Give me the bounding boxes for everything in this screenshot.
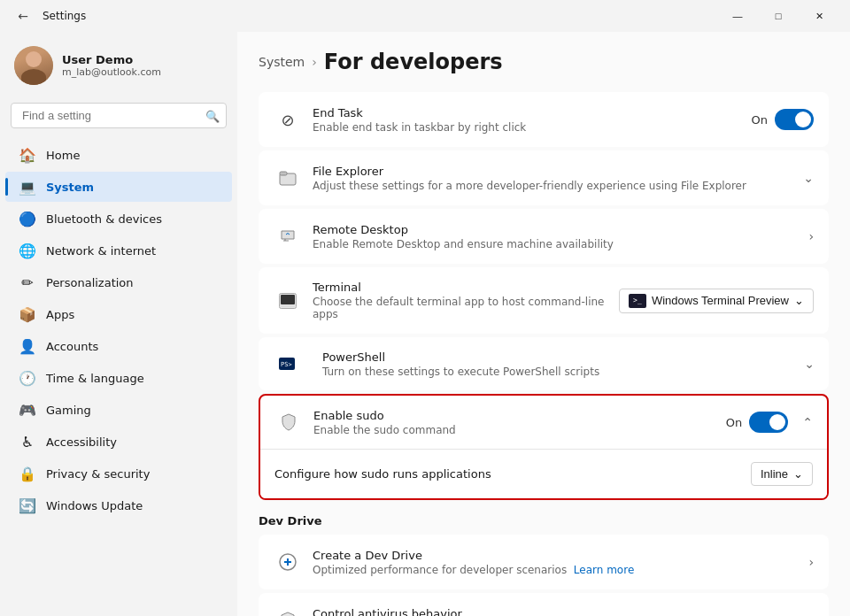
sudo-configure-dropdown[interactable]: Inline ⌄	[751, 462, 813, 486]
home-icon: 🏠	[19, 147, 35, 163]
user-name: User Demo	[62, 53, 223, 66]
search-box: 🔍	[11, 103, 227, 128]
search-input[interactable]	[11, 103, 227, 128]
terminal-chevron-icon: ⌄	[794, 294, 804, 307]
sidebar-item-accessibility[interactable]: ♿ Accessibility	[5, 427, 232, 457]
time-icon: 🕐	[19, 370, 35, 386]
maximize-button[interactable]: □	[758, 2, 799, 30]
svg-rect-3	[281, 295, 295, 304]
title-bar: ← Settings — □ ✕	[0, 0, 850, 32]
minimize-button[interactable]: —	[717, 2, 758, 30]
sidebar-item-bluetooth[interactable]: 🔵 Bluetooth & devices	[5, 204, 232, 234]
create-dev-drive-desc: Optimized performance for developer scen…	[313, 564, 801, 576]
terminal-dropdown-button[interactable]: >_ Windows Terminal Preview ⌄	[619, 289, 814, 313]
breadcrumb-current: For developers	[324, 50, 503, 74]
end-task-toggle[interactable]	[775, 109, 814, 130]
user-email: m_lab@outlook.com	[62, 66, 223, 78]
terminal-title: Terminal	[313, 281, 619, 294]
create-dev-drive-text: Create a Dev Drive Optimized performance…	[313, 549, 801, 576]
avatar	[14, 46, 53, 85]
bluetooth-icon: 🔵	[19, 211, 35, 227]
powershell-desc: Turn on these settings to execute PowerS…	[322, 366, 599, 378]
sidebar-item-apps[interactable]: 📦 Apps	[5, 299, 232, 329]
antivirus-title: Control antivirus behavior	[313, 607, 799, 617]
sidebar-item-label: Apps	[46, 308, 74, 321]
antivirus-row[interactable]: Control antivirus behavior Control Micro…	[259, 593, 829, 616]
user-info: User Demo m_lab@outlook.com	[0, 39, 237, 99]
personalization-icon: ✏️	[19, 274, 35, 290]
app-body: User Demo m_lab@outlook.com 🔍 🏠 Home 💻 S…	[0, 32, 850, 616]
powershell-row[interactable]: PS> PowerShell Turn on these settings to…	[259, 337, 829, 390]
create-dev-drive-chevron: ›	[808, 555, 814, 569]
sidebar-item-time[interactable]: 🕐 Time & language	[5, 363, 232, 393]
apps-icon: 📦	[19, 306, 35, 322]
sidebar-item-label: Windows Update	[46, 499, 143, 512]
terminal-row[interactable]: Terminal Choose the default terminal app…	[259, 267, 829, 334]
create-dev-drive-link[interactable]: Learn more	[574, 564, 634, 576]
end-task-text: End Task Enable end task in taskbar by r…	[313, 106, 752, 134]
terminal-text: Terminal Choose the default terminal app…	[313, 281, 619, 320]
dev-drive-section-label: Dev Drive	[259, 514, 829, 527]
sidebar-item-label: Gaming	[46, 404, 91, 417]
sudo-icon	[274, 408, 303, 436]
file-explorer-text: File Explorer Adjust these settings for …	[313, 165, 796, 192]
update-icon: 🔄	[19, 497, 35, 513]
sudo-text: Enable sudo Enable the sudo command	[313, 409, 726, 436]
sidebar-item-accounts[interactable]: 👤 Accounts	[5, 331, 232, 361]
sidebar-item-network[interactable]: 🌐 Network & internet	[5, 235, 232, 266]
breadcrumb-separator: ›	[312, 55, 317, 69]
sudo-toggle[interactable]	[749, 412, 788, 433]
sudo-control: On ⌃	[726, 412, 813, 433]
sudo-state-label: On	[726, 416, 742, 429]
sidebar-item-update[interactable]: 🔄 Windows Update	[5, 490, 232, 520]
sidebar-item-home[interactable]: 🏠 Home	[5, 140, 232, 170]
sudo-desc: Enable the sudo command	[313, 424, 726, 436]
file-explorer-control: ⌄	[796, 171, 814, 185]
terminal-desc: Choose the default terminal app to host …	[313, 296, 619, 320]
network-icon: 🌐	[19, 243, 35, 258]
sidebar-item-label: Bluetooth & devices	[46, 212, 162, 226]
accessibility-icon: ♿	[19, 434, 35, 450]
sudo-configure-value: Inline	[761, 467, 788, 481]
sudo-configure-title: Configure how sudo runs applications	[274, 467, 751, 481]
user-details: User Demo m_lab@outlook.com	[62, 53, 223, 78]
sudo-configure-row[interactable]: Configure how sudo runs applications Inl…	[260, 449, 827, 498]
svg-text:PS>: PS>	[281, 361, 292, 368]
create-dev-drive-control: ›	[801, 555, 814, 569]
end-task-state-label: On	[752, 113, 768, 127]
sidebar-item-label: Time & language	[46, 372, 144, 385]
sudo-chevron: ⌃	[802, 415, 813, 429]
terminal-icon	[274, 287, 302, 315]
breadcrumb-parent[interactable]: System	[259, 55, 305, 69]
sidebar-item-label: Network & internet	[46, 244, 156, 258]
terminal-value: Windows Terminal Preview	[652, 294, 789, 307]
sidebar-item-system[interactable]: 💻 System	[5, 172, 232, 202]
sidebar-item-gaming[interactable]: 🎮 Gaming	[5, 395, 232, 425]
enable-sudo-row[interactable]: Enable sudo Enable the sudo command On ⌃	[260, 396, 827, 449]
file-explorer-row[interactable]: File Explorer Adjust these settings for …	[259, 150, 829, 205]
file-explorer-title: File Explorer	[313, 165, 796, 178]
sidebar-item-label: Accessibility	[46, 435, 117, 449]
antivirus-text: Control antivirus behavior Control Micro…	[313, 607, 799, 617]
svg-rect-4	[281, 305, 295, 307]
powershell-text: PowerShell Turn on these settings to exe…	[322, 350, 599, 378]
window-controls: — □ ✕	[717, 2, 839, 30]
close-button[interactable]: ✕	[799, 2, 839, 30]
remote-desktop-row[interactable]: Remote Desktop Enable Remote Desktop and…	[259, 209, 829, 264]
sidebar-item-privacy[interactable]: 🔒 Privacy & security	[5, 458, 232, 489]
end-task-desc: Enable end task in taskbar by right clic…	[313, 121, 752, 134]
create-dev-drive-icon	[274, 548, 302, 576]
end-task-row[interactable]: ⊘ End Task Enable end task in taskbar by…	[259, 92, 829, 147]
sudo-configure-text: Configure how sudo runs applications	[274, 467, 751, 481]
antivirus-icon	[274, 606, 302, 616]
remote-desktop-title: Remote Desktop	[313, 223, 801, 236]
sudo-title: Enable sudo	[313, 409, 726, 422]
sidebar-item-personalization[interactable]: ✏️ Personalization	[5, 267, 232, 297]
breadcrumb: System › For developers	[259, 50, 829, 74]
remote-desktop-text: Remote Desktop Enable Remote Desktop and…	[313, 223, 801, 250]
sidebar-item-label: Accounts	[46, 340, 98, 353]
end-task-icon: ⊘	[274, 105, 302, 134]
main-content: System › For developers ⊘ End Task Enabl…	[237, 32, 850, 616]
back-button[interactable]: ←	[11, 4, 35, 28]
create-dev-drive-row[interactable]: Create a Dev Drive Optimized performance…	[259, 535, 829, 589]
